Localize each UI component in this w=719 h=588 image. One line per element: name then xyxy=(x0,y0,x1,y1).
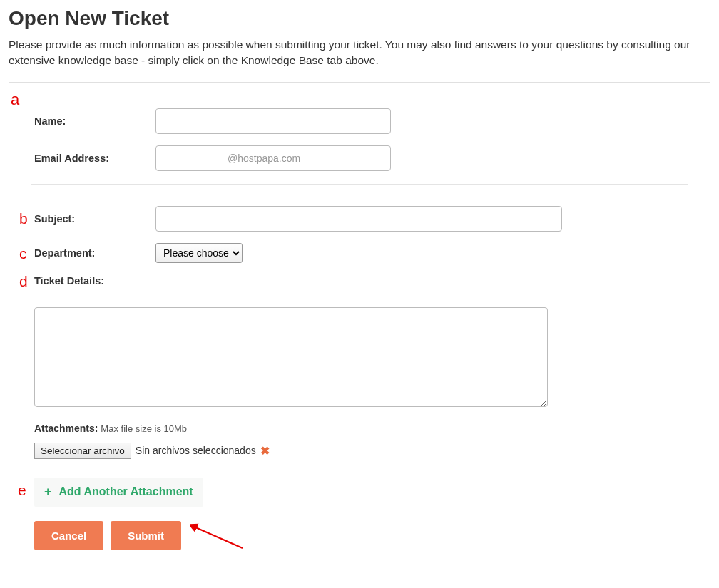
file-input-row: Seleccionar archivo Sin archivos selecci… xyxy=(34,443,688,459)
subject-label: Subject: xyxy=(31,213,155,225)
details-label: Ticket Details: xyxy=(31,275,104,287)
email-label: Email Address: xyxy=(31,153,155,164)
name-input[interactable] xyxy=(155,108,391,134)
arrow-annotation-icon xyxy=(190,517,247,552)
attachments-hint: Max file size is 10Mb xyxy=(101,423,187,434)
file-select-button[interactable]: Seleccionar archivo xyxy=(34,443,131,459)
annotation-b: b xyxy=(19,210,28,227)
subject-input[interactable] xyxy=(155,206,562,232)
submit-button[interactable]: Submit xyxy=(111,521,181,550)
email-value: @hostpapa.com xyxy=(163,153,300,164)
department-select[interactable]: Please choose xyxy=(155,243,243,263)
annotation-c: c xyxy=(19,245,27,262)
plus-icon: + xyxy=(44,485,52,500)
svg-line-1 xyxy=(194,527,243,548)
name-label: Name: xyxy=(31,115,155,127)
annotation-d: d xyxy=(19,273,28,290)
page-title: Open New Ticket xyxy=(9,7,710,30)
add-attachment-label: Add Another Attachment xyxy=(59,485,193,498)
action-buttons: Cancel Submit xyxy=(34,521,688,550)
intro-text: Please provide as much information as po… xyxy=(9,37,710,69)
details-row: d Ticket Details: xyxy=(31,274,688,407)
department-row: c Department: Please choose xyxy=(31,243,688,263)
name-row: Name: xyxy=(31,108,688,134)
email-row: Email Address: @hostpapa.com xyxy=(31,145,688,171)
attachments-header: Attachments: Max file size is 10Mb xyxy=(34,423,688,434)
cancel-button[interactable]: Cancel xyxy=(34,521,103,550)
details-textarea[interactable] xyxy=(34,307,548,407)
remove-file-icon[interactable]: ✖ xyxy=(260,444,270,458)
annotation-e: e xyxy=(18,482,26,499)
add-attachment-button[interactable]: + Add Another Attachment xyxy=(34,478,203,507)
file-status-text: Sin archivos seleccionados xyxy=(136,445,256,456)
divider xyxy=(31,184,688,185)
annotation-a: a xyxy=(11,91,19,109)
attachments-label: Attachments: xyxy=(34,423,98,434)
email-input[interactable]: @hostpapa.com xyxy=(155,145,391,171)
subject-row: b Subject: xyxy=(31,206,688,232)
ticket-form: a Name: Email Address: @hostpapa.com b S… xyxy=(9,82,710,550)
department-label: Department: xyxy=(31,247,155,259)
